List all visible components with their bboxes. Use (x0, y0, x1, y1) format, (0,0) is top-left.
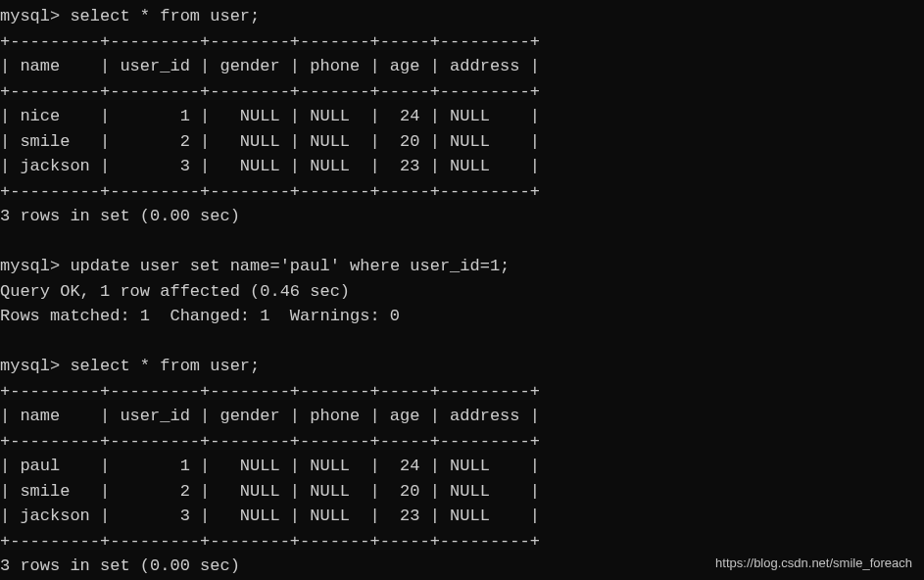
update-result-2: Rows matched: 1 Changed: 1 Warnings: 0 (0, 304, 924, 329)
blank (0, 229, 924, 255)
update-result-1: Query OK, 1 row affected (0.46 sec) (0, 279, 924, 305)
prompt: mysql> (0, 7, 60, 25)
query-line-3: mysql> select * from user; (0, 354, 924, 379)
result-summary: 3 rows in set (0.00 sec) (0, 204, 924, 229)
query: select * from user; (70, 357, 260, 375)
table-header: | name | user_id | gender | phone | age … (0, 54, 924, 79)
table-border: +---------+---------+--------+-------+--… (0, 529, 924, 555)
table-row: | jackson | 3 | NULL | NULL | 23 | NULL … (0, 504, 924, 529)
table-border: +---------+---------+--------+-------+--… (0, 429, 924, 455)
query-line-2: mysql> update user set name='paul' where… (0, 254, 924, 279)
prompt: mysql> (0, 257, 60, 275)
table-border: +---------+---------+--------+-------+--… (0, 29, 924, 55)
table-row: | smile | 2 | NULL | NULL | 20 | NULL | (0, 129, 924, 155)
prompt: mysql> (0, 357, 60, 375)
query: select * from user; (70, 7, 260, 25)
table-row: | nice | 1 | NULL | NULL | 24 | NULL | (0, 104, 924, 129)
table-header: | name | user_id | gender | phone | age … (0, 404, 924, 429)
table-row: | jackson | 3 | NULL | NULL | 23 | NULL … (0, 154, 924, 179)
watermark: https://blog.csdn.net/smile_foreach (715, 554, 912, 573)
blank (0, 329, 924, 355)
mysql-terminal[interactable]: mysql> select * from user; +---------+--… (0, 4, 924, 579)
table-border: +---------+---------+--------+-------+--… (0, 179, 924, 205)
table-border: +---------+---------+--------+-------+--… (0, 379, 924, 405)
query-line-1: mysql> select * from user; (0, 4, 924, 29)
table-row: | paul | 1 | NULL | NULL | 24 | NULL | (0, 454, 924, 479)
query: update user set name='paul' where user_i… (70, 257, 510, 275)
table-border: +---------+---------+--------+-------+--… (0, 79, 924, 105)
table-row: | smile | 2 | NULL | NULL | 20 | NULL | (0, 479, 924, 505)
